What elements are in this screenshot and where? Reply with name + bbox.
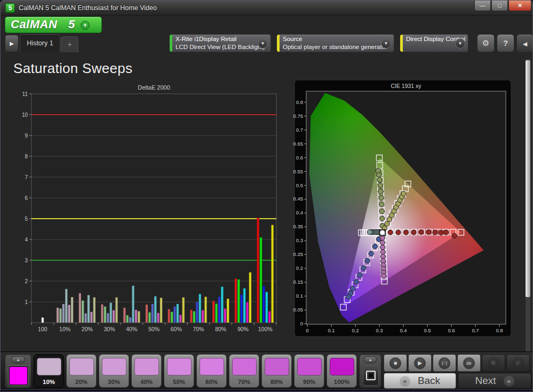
app-icon: 5 <box>5 3 15 13</box>
deltae-bar <box>271 225 273 323</box>
minimize-button[interactable]: — <box>474 1 491 11</box>
y-axis-label: 0.55 <box>293 169 304 174</box>
y-axis-label: 0.6 <box>296 155 303 161</box>
deltae-bar <box>227 299 229 323</box>
cie-measured-marker <box>379 209 384 214</box>
help-button[interactable]: ? <box>497 34 514 52</box>
settings-button[interactable]: ⚙ <box>477 34 495 52</box>
add-tab-button[interactable]: + <box>61 36 78 52</box>
continuous-button[interactable]: ∞ <box>457 354 481 372</box>
saturation-swatch-70%[interactable]: 70% <box>229 354 259 388</box>
next-button[interactable]: Next» <box>458 373 531 389</box>
meter-dropdown[interactable]: X-Rite i1Display Retail LCD Direct View … <box>169 34 271 52</box>
deltae-bar <box>79 293 81 323</box>
y-axis-label: 6 <box>25 195 28 201</box>
cie-target-marker <box>389 210 395 216</box>
saturation-swatch-30%[interactable]: 30% <box>99 354 129 388</box>
y-axis-label: 0.05 <box>293 307 304 313</box>
deltae-bar <box>262 286 265 323</box>
cie-target-marker <box>387 229 393 235</box>
saturation-swatch-60%[interactable]: 60% <box>196 354 227 388</box>
play-button[interactable]: ▶ <box>408 354 432 372</box>
cie-target-marker <box>380 259 386 265</box>
cie-target-marker <box>376 237 381 243</box>
collapse-pattern-button[interactable]: ▲ <box>364 356 377 363</box>
cie-measured-marker <box>346 294 351 299</box>
deltae-2000-bar-chart: 1234567891011DeltaE 200010010%20%30%40%5… <box>1 1 533 392</box>
deltae-bar <box>237 279 240 323</box>
deltae-bar <box>260 237 262 323</box>
cie-measured-marker <box>378 230 383 235</box>
cie-measured-marker <box>381 267 386 271</box>
cie-panel <box>295 80 511 337</box>
cie-target-marker <box>381 263 387 269</box>
deltae-bar <box>65 289 67 323</box>
cie-measured-marker <box>382 226 387 230</box>
cie-target-marker <box>450 229 456 235</box>
x-axis-label: 30% <box>104 326 115 332</box>
saturation-swatch-90%[interactable]: 90% <box>294 354 324 388</box>
y-axis-label: 0.4 <box>296 210 303 215</box>
saturation-swatch-100%[interactable]: 100% <box>327 354 357 388</box>
collapse-patch-button[interactable]: ▲ <box>11 356 25 363</box>
tab-scroll-button[interactable]: ▶ <box>5 35 19 52</box>
tab-history-1[interactable]: History 1 <box>20 34 60 52</box>
cie-target-marker <box>378 193 384 198</box>
current-test-patch[interactable] <box>9 366 28 386</box>
cie-measured-marker <box>380 216 385 221</box>
pattern-window-button[interactable] <box>363 365 379 386</box>
y-axis-label: 4 <box>25 237 28 243</box>
deltae-bar <box>101 305 103 323</box>
swatch-color-patch <box>200 358 224 375</box>
cie-measured-marker <box>444 230 449 235</box>
back-button[interactable]: «Back <box>384 373 456 389</box>
done-button[interactable]: ✓ <box>506 354 530 372</box>
saturation-swatch-50%[interactable]: 50% <box>164 354 194 388</box>
collapse-panel-button[interactable]: ◀ <box>516 34 533 52</box>
deltae-bar <box>266 292 268 323</box>
source-accent-bar <box>277 35 280 52</box>
play-icon: ▶ <box>414 357 426 369</box>
maximize-button[interactable]: □ <box>491 1 508 11</box>
cie-whitepoint-measured <box>380 230 385 235</box>
cie-measured-marker <box>396 201 401 206</box>
chevron-down-icon: ▼ <box>381 38 391 49</box>
cie-target-marker <box>361 230 367 236</box>
vertical-scrollbar[interactable] <box>526 59 530 351</box>
meter-accent-bar <box>170 35 172 52</box>
stop-button[interactable]: ■ <box>384 354 407 372</box>
x-axis-label: 70% <box>193 326 204 332</box>
cie-target-marker <box>372 245 378 251</box>
saturation-swatch-10%[interactable]: 10% <box>34 354 64 388</box>
display-control-dropdown[interactable]: Direct Display Control ▼ <box>400 34 468 52</box>
saturation-swatch-40%[interactable]: 40% <box>131 354 162 388</box>
cie-measured-marker <box>389 213 394 218</box>
calman-logo-menu[interactable]: CalMAN 5 ▼ <box>5 17 102 33</box>
refresh-button[interactable]: ↻ <box>482 354 505 372</box>
swatch-label: 60% <box>197 379 226 385</box>
cie-measured-marker <box>351 286 355 291</box>
x-axis-label: 40% <box>126 326 137 332</box>
y-axis-label: 0.25 <box>293 251 304 257</box>
cie-target-marker <box>427 229 433 235</box>
saturation-swatch-20%[interactable]: 20% <box>66 354 97 388</box>
deltae-bar <box>171 312 173 323</box>
cie-plot-area <box>306 91 506 324</box>
title-bar[interactable]: 5 CalMAN 5 CalMAN Enthusiast for Home Vi… <box>1 1 532 15</box>
x-axis-label: 0.8 <box>496 327 503 333</box>
close-button[interactable]: ✕ <box>508 1 531 11</box>
cie-target-marker <box>397 196 403 202</box>
saturation-swatch-80%[interactable]: 80% <box>261 354 292 388</box>
scrollbar-thumb[interactable] <box>526 60 530 297</box>
y-axis-label: 0.1 <box>296 293 303 299</box>
x-axis-label: 80% <box>215 326 226 332</box>
gear-icon: ⚙ <box>482 38 489 47</box>
measure-button[interactable]: [··] <box>433 354 456 372</box>
cie-measured-marker <box>371 230 376 235</box>
deltae-bar <box>182 297 185 323</box>
deltae-bar <box>218 297 220 323</box>
double-chevron-left-icon: « <box>400 376 410 387</box>
swatch-color-patch <box>167 358 192 375</box>
source-dropdown[interactable]: Source Optical player or standalone gene… <box>276 34 394 52</box>
cie-measured-marker <box>368 230 373 235</box>
